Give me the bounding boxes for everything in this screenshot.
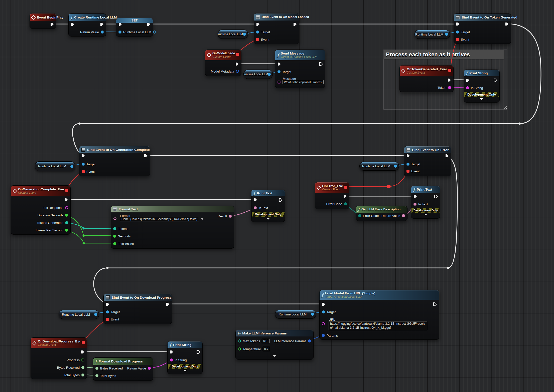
set-var-in-pin[interactable] xyxy=(118,31,121,34)
target-pin[interactable] xyxy=(406,163,409,166)
pill-output-pin[interactable] xyxy=(268,73,271,76)
bytes-received-pin[interactable] xyxy=(95,367,98,370)
in-string-pin[interactable] xyxy=(170,358,173,361)
exec-out-pin[interactable] xyxy=(81,350,84,354)
reroute-node[interactable] xyxy=(83,235,85,237)
pill-output-pin[interactable] xyxy=(243,33,246,36)
wire-float-tokspersec-tokpersec[interactable] xyxy=(65,230,116,243)
node-send-message[interactable]: ƒ Send Message Target is Runtime Local L… xyxy=(275,50,325,88)
node-make-llm-inference-params[interactable]: ⟩‒ Make LLMInference Params Max Tokens 5… xyxy=(235,330,314,360)
variable-pill-runtime-local-llm[interactable]: Runtime Local LLM xyxy=(218,30,248,39)
chevron-down-icon[interactable] xyxy=(480,98,483,100)
exec-in-pin[interactable] xyxy=(254,198,257,202)
node-bind-event-on-token-generated[interactable]: Bind Event to On Token Generated Target … xyxy=(454,14,511,44)
exec-out-pin[interactable] xyxy=(434,195,438,198)
token-pin[interactable] xyxy=(448,86,451,89)
pill-output-pin[interactable] xyxy=(70,165,73,168)
exec-in-pin[interactable] xyxy=(406,154,410,158)
target-pin[interactable] xyxy=(278,70,281,73)
message-pin[interactable] xyxy=(278,81,281,84)
blueprint-canvas[interactable]: Process each token as it arrives xyxy=(0,0,554,392)
error-code-pin[interactable] xyxy=(344,202,347,205)
exec-in-pin[interactable] xyxy=(456,22,460,26)
exec-out-pin[interactable] xyxy=(197,350,200,354)
return-value-pin[interactable] xyxy=(402,214,405,217)
pill-output-pin[interactable] xyxy=(94,313,97,316)
node-print-text-done[interactable]: ƒ Print Text In Text Development Only xyxy=(251,190,285,222)
node-bind-event-on-error[interactable]: Bind Event to On Error Target Event xyxy=(404,146,451,176)
set-var-out-pin[interactable] xyxy=(153,31,156,34)
exec-out-pin[interactable] xyxy=(50,23,54,26)
variable-pill-runtime-local-llm[interactable]: Runtime Local LLM xyxy=(35,161,75,171)
chevron-down-icon[interactable] xyxy=(266,218,270,220)
format-input[interactable]: Done: {Tokens} tokens in {Seconds}s ({To… xyxy=(120,217,199,221)
in-text-pin[interactable] xyxy=(413,203,417,206)
delegate-pin[interactable] xyxy=(82,341,85,344)
exec-out-pin[interactable] xyxy=(445,154,449,158)
variable-pill-runtime-local-llm[interactable]: Runtime Local LLM xyxy=(59,310,99,319)
event-delegate-pin[interactable] xyxy=(82,170,85,173)
node-get-llm-error-description[interactable]: ƒ Get LLM Error Description Error Code R… xyxy=(356,206,407,221)
url-pin[interactable] xyxy=(322,322,325,325)
max-tokens-pin[interactable] xyxy=(238,339,241,342)
exec-in-pin[interactable] xyxy=(413,195,417,198)
target-pin[interactable] xyxy=(82,163,85,166)
tokens-pin[interactable] xyxy=(113,227,116,230)
reroute-node[interactable] xyxy=(83,242,85,244)
node-ontokengenerated-event[interactable]: OnTokenGenerated_Event Custom Event Toke… xyxy=(399,65,454,92)
node-onerror-event[interactable]: OnError_Event Custom Event Error Code xyxy=(315,182,349,209)
temperature-pin[interactable] xyxy=(238,347,241,350)
event-delegate-pin[interactable] xyxy=(256,38,259,41)
exec-in-pin[interactable] xyxy=(106,302,109,306)
exec-in-pin[interactable] xyxy=(322,302,325,306)
exec-out-pin[interactable] xyxy=(494,79,497,82)
format-pin[interactable] xyxy=(113,217,116,220)
exec-in-pin[interactable] xyxy=(170,350,173,354)
exec-in-pin[interactable] xyxy=(118,23,122,26)
event-delegate-pin[interactable] xyxy=(406,170,409,173)
pill-output-pin[interactable] xyxy=(445,33,448,36)
wire-float-duration-seconds[interactable] xyxy=(64,215,116,236)
exec-in-pin[interactable] xyxy=(71,23,74,26)
variable-pill-runtime-local-llm[interactable]: Runtime Local LLM xyxy=(275,310,316,319)
chevron-down-icon[interactable] xyxy=(424,214,428,215)
chevron-down-icon[interactable] xyxy=(273,355,276,357)
full-response-pin[interactable] xyxy=(65,206,68,209)
exec-out-pin[interactable] xyxy=(100,23,104,26)
delegate-pin[interactable] xyxy=(51,16,54,19)
node-ondownloadprogress-event[interactable]: OnDownloadProgress_Event Custom Event Pr… xyxy=(31,337,87,379)
delegate-pin[interactable] xyxy=(65,189,68,192)
node-format-text[interactable]: Format Text Format Done: {Tokens} tokens… xyxy=(111,206,234,249)
model-metadata-pin[interactable] xyxy=(236,70,239,73)
node-ongenerationcomplete-event[interactable]: OnGenerationComplete_Event Custom Event … xyxy=(11,185,71,235)
exec-out-pin[interactable] xyxy=(235,62,239,66)
exec-out-pin[interactable] xyxy=(448,78,451,82)
reroute-node[interactable] xyxy=(83,227,85,230)
bytes-received-pin[interactable] xyxy=(81,366,84,369)
node-create-runtime-local-llm[interactable]: ƒ Create Runtime Local LLM Return Value xyxy=(68,14,106,37)
return-value-pin[interactable] xyxy=(101,31,104,34)
exec-out-pin[interactable] xyxy=(319,62,323,66)
delegate-pin[interactable] xyxy=(448,69,451,72)
node-bind-event-on-generation-complete[interactable]: Bind Event to On Generation Complete Tar… xyxy=(79,146,150,176)
target-pin[interactable] xyxy=(256,31,259,34)
node-event-beginplay[interactable]: Event BeginPlay xyxy=(30,13,56,29)
target-pin[interactable] xyxy=(106,310,109,313)
exec-out-pin[interactable] xyxy=(433,302,437,306)
total-bytes-pin[interactable] xyxy=(95,374,98,377)
url-input[interactable]: https://huggingface.co/bartowski/Llama-3… xyxy=(329,321,427,330)
node-bind-event-on-model-loaded[interactable]: Bind Event to On Model Loaded Target Eve… xyxy=(254,13,299,44)
in-string-pin[interactable] xyxy=(466,86,469,89)
reroute-node[interactable] xyxy=(79,123,81,125)
exec-out-pin[interactable] xyxy=(147,23,151,26)
tokpersec-pin[interactable] xyxy=(113,242,116,245)
exec-in-pin[interactable] xyxy=(466,79,470,82)
params-pin[interactable] xyxy=(322,334,325,337)
delegate-pin[interactable] xyxy=(344,186,347,189)
total-bytes-pin[interactable] xyxy=(81,373,84,376)
exec-in-pin[interactable] xyxy=(256,23,260,26)
node-onmodelloaded-event[interactable]: OnModelLoaded_Event Custom Event Model M… xyxy=(205,50,241,76)
result-pin[interactable] xyxy=(229,215,232,218)
exec-out-pin[interactable] xyxy=(293,23,297,26)
exec-out-pin[interactable] xyxy=(279,198,283,202)
